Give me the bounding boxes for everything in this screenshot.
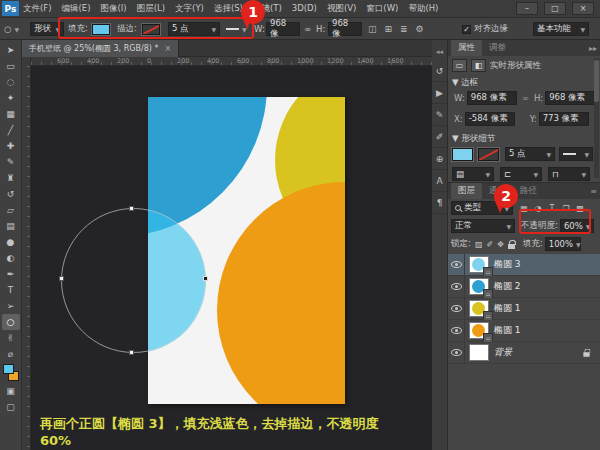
color-swatches[interactable] (2, 364, 20, 381)
prop-w-field[interactable]: 968 像素 (467, 91, 517, 105)
foreground-color-swatch[interactable] (3, 364, 14, 374)
tab-adjustments[interactable]: 调整 (482, 40, 513, 56)
brush-tool[interactable]: ✎ (2, 154, 20, 170)
pen-tool[interactable]: ✒ (2, 266, 20, 282)
props-fill-swatch[interactable] (452, 148, 473, 161)
path-anchor-right[interactable] (203, 276, 208, 281)
stroke-caps-select[interactable]: ⊏▼ (500, 167, 542, 181)
path-anchor-top[interactable] (129, 206, 134, 211)
character-panel-icon[interactable]: A (432, 170, 447, 192)
tab-layers[interactable]: 图层 (451, 183, 482, 199)
tab-properties[interactable]: 属性 (451, 40, 482, 56)
visibility-toggle[interactable] (448, 254, 465, 276)
document-tab[interactable]: 手机壁纸 @ 25%(椭圆 3, RGB/8) * × (22, 40, 179, 57)
collapse-panels-icon[interactable]: ◂◂ (436, 48, 443, 56)
blend-mode-select[interactable]: 正常 ▼ (451, 219, 515, 233)
path-alignment-icon[interactable]: ⊞ (385, 24, 393, 34)
layer-row-ellipse-2[interactable]: ▭ 椭圆 2 (448, 276, 600, 298)
mask-properties-icon[interactable]: ◧ (471, 59, 486, 72)
layer-name[interactable]: 椭圆 3 (494, 258, 521, 271)
lock-position-icon[interactable]: ✥ (497, 240, 504, 249)
menu-item[interactable]: 图像(I) (101, 3, 127, 15)
ellipse-tool[interactable]: ○ (2, 314, 20, 330)
layer-thumbnail[interactable]: ▭ (470, 279, 488, 294)
clone-source-panel-icon[interactable]: ⊕ (432, 148, 447, 170)
clone-stamp-tool[interactable]: ♜ (2, 170, 20, 186)
paragraph-panel-icon[interactable]: ¶ (432, 192, 447, 214)
shape-width-field[interactable]: 968 像 (266, 18, 300, 40)
type-tool[interactable]: T (2, 282, 20, 298)
layer-row-background[interactable]: 背景 (448, 342, 600, 364)
actions-panel-icon[interactable]: ▶ (432, 82, 447, 104)
stroke-align-select[interactable]: ▤▼ (452, 167, 494, 181)
eyedropper-tool[interactable]: ╱ (2, 122, 20, 138)
checkbox-check-icon[interactable]: ✓ (462, 25, 471, 34)
prop-h-field[interactable]: 968 像素 (545, 91, 595, 105)
visibility-toggle[interactable] (448, 342, 465, 364)
layer-name[interactable]: 背景 (494, 346, 512, 359)
shape-height-field[interactable]: 968 像 (328, 18, 362, 40)
lock-transparency-icon[interactable]: ▨ (475, 240, 483, 249)
layer-row-ellipse-3[interactable]: ▭ 椭圆 3 (448, 254, 600, 276)
path-selection-tool[interactable]: ➢ (2, 298, 20, 314)
panel-collapse-icon[interactable]: ▸▸ (589, 44, 597, 53)
blur-tool[interactable]: ● (2, 234, 20, 250)
layer-row-ellipse-1b[interactable]: ▭ 椭圆 1 (448, 320, 600, 342)
zoom-tool[interactable]: ⌀ (2, 346, 20, 362)
layer-name[interactable]: 椭圆 2 (494, 280, 521, 293)
lock-all-icon[interactable] (508, 244, 515, 249)
move-tool[interactable]: ➤ (2, 42, 20, 58)
path-operations-icon[interactable]: ◫ (368, 24, 377, 34)
layer-thumbnail[interactable] (470, 345, 488, 360)
gradient-tool[interactable]: ▤ (2, 218, 20, 234)
props-stroke-swatch[interactable] (478, 148, 499, 161)
fill-opacity-field[interactable]: 100% ▼ (545, 237, 581, 251)
settings-gear-icon[interactable]: ⚙ (416, 24, 424, 34)
healing-brush-tool[interactable]: ✚ (2, 138, 20, 154)
visibility-toggle[interactable] (448, 298, 465, 320)
layer-thumbnail[interactable]: ▭ (470, 323, 488, 338)
link-dimensions-icon[interactable]: ∞ (304, 18, 311, 40)
visibility-toggle[interactable] (448, 276, 465, 298)
props-scrollbar[interactable] (594, 58, 599, 178)
panel-menu-icon[interactable]: ≡ (590, 187, 597, 196)
lasso-tool[interactable]: ◌ (2, 74, 20, 90)
shape-details-section-header[interactable]: ▼ 形状细节 (452, 133, 495, 145)
stroke-corner-select[interactable]: ⊓▼ (548, 167, 590, 181)
menu-item[interactable]: 3D(D) (292, 3, 317, 15)
styles-panel-icon[interactable]: ✎ (432, 104, 447, 126)
maximize-button[interactable]: □ (544, 2, 566, 15)
props-stroke-width-select[interactable]: 5 点 ▼ (505, 147, 555, 161)
menu-item[interactable]: 窗口(W) (366, 3, 398, 15)
brush-panel-icon[interactable]: ✐ (432, 126, 447, 148)
layer-row-ellipse-1a[interactable]: ▭ 椭圆 1 (448, 298, 600, 320)
props-stroke-type-select[interactable]: ▼ (559, 147, 593, 161)
menu-item[interactable]: 图层(L) (137, 3, 165, 15)
workspace-switcher[interactable]: 基本功能 ▼ (533, 18, 589, 40)
menu-item[interactable]: 视图(V) (327, 3, 356, 15)
menu-item[interactable]: 选择(S) (214, 3, 243, 15)
align-edges-checkbox[interactable]: ✓ 对齐边缘 (462, 18, 508, 40)
quick-selection-tool[interactable]: ✦ (2, 90, 20, 106)
minimize-button[interactable]: – (516, 2, 538, 15)
dodge-tool[interactable]: ◐ (2, 250, 20, 266)
layer-name[interactable]: 椭圆 1 (494, 302, 521, 315)
history-brush-tool[interactable]: ↺ (2, 186, 20, 202)
transform-section-header[interactable]: ▼ 边框 (452, 77, 478, 89)
visibility-toggle[interactable] (448, 320, 465, 342)
close-button[interactable]: × (572, 2, 594, 15)
lock-pixels-icon[interactable]: ✐ (486, 240, 493, 249)
crop-tool[interactable]: ▦ (2, 106, 20, 122)
path-anchor-bottom[interactable] (129, 350, 134, 355)
menu-item[interactable]: 编辑(E) (62, 3, 91, 15)
ellipse-orange[interactable] (217, 182, 345, 404)
history-panel-icon[interactable]: ↺ (432, 60, 447, 82)
eraser-tool[interactable]: ▱ (2, 202, 20, 218)
menu-item[interactable]: 文件(F) (23, 3, 52, 15)
tab-close-icon[interactable]: × (164, 44, 171, 53)
screen-mode-button[interactable]: ▢ (2, 399, 20, 415)
prop-x-field[interactable]: -584 像素 (465, 112, 515, 126)
prop-y-field[interactable]: 773 像素 (539, 112, 589, 126)
quick-mask-button[interactable]: ▣ (2, 383, 20, 399)
layer-thumbnail[interactable]: ▭ (470, 301, 488, 316)
